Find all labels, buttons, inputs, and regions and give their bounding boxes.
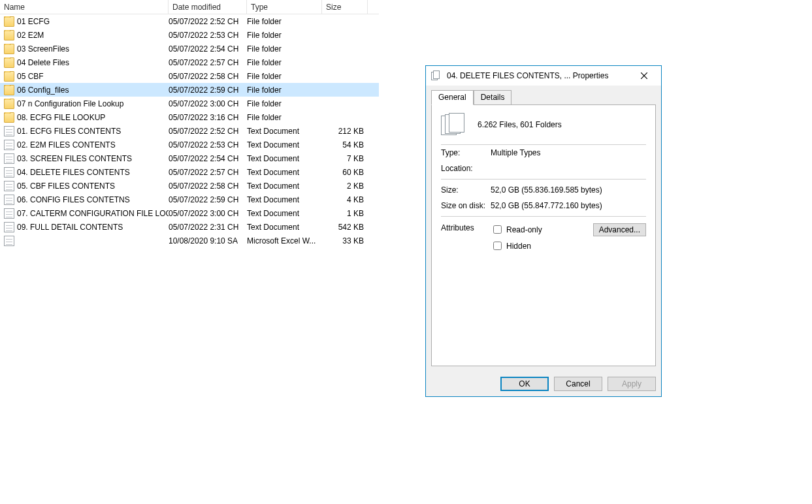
file-row[interactable]: 01 ECFG05/07/2022 2:52 CHFile folder (0, 14, 379, 28)
file-size: 7 KB (322, 154, 368, 163)
summary-count: 6.262 Files, 601 Folders (478, 120, 562, 129)
file-date: 05/07/2022 2:53 CH (169, 140, 247, 150)
file-name: 02. E2M FILES CONTENTS (17, 140, 116, 150)
folder-icon (4, 57, 14, 68)
file-name: 08. ECFG FILE LOOKUP (17, 113, 105, 122)
apply-button[interactable]: Apply (608, 377, 656, 391)
folder-icon (4, 112, 14, 123)
file-date: 05/07/2022 2:53 CH (169, 31, 247, 40)
file-name: 01 ECFG (17, 17, 50, 26)
file-size: 542 KB (322, 223, 368, 232)
label-location: Location: (441, 164, 491, 173)
file-date: 05/07/2022 2:52 CH (169, 17, 247, 26)
file-date: 10/08/2020 9:10 SA (169, 236, 247, 245)
file-row[interactable]: 03 ScreenFiles05/07/2022 2:54 CHFile fol… (0, 42, 379, 55)
file-date: 05/07/2022 2:59 CH (169, 86, 247, 95)
folder-icon (4, 99, 14, 109)
file-type: File folder (247, 58, 322, 67)
multi-file-icon (431, 71, 442, 81)
file-name: 04. DELETE FILES CONTENTS (17, 168, 130, 177)
column-header-name[interactable]: Name (0, 0, 169, 14)
file-type: File folder (247, 99, 322, 108)
file-row[interactable]: 06 Config_files05/07/2022 2:59 CHFile fo… (0, 83, 379, 97)
file-name: 07. CALTERM CONFIGURATION FILE LOO... (17, 209, 169, 218)
file-size: 33 KB (322, 236, 368, 245)
general-panel: 6.262 Files, 601 Folders Type: Multiple … (431, 104, 656, 366)
file-type: Text Document (247, 168, 322, 177)
hidden-checkbox[interactable]: Hidden (491, 240, 542, 252)
file-type: Text Document (247, 140, 322, 150)
file-row[interactable]: 09. FULL DETAIL CONTENTS05/07/2022 2:31 … (0, 220, 379, 234)
advanced-button[interactable]: Advanced... (593, 223, 646, 236)
file-type: File folder (247, 113, 322, 122)
file-row[interactable]: 01. ECFG FILES CONTENTS05/07/2022 2:52 C… (0, 124, 379, 138)
value-sizeondisk: 52,0 GB (55.847.772.160 bytes) (491, 201, 646, 210)
file-date: 05/07/2022 2:52 CH (169, 127, 247, 136)
file-type: File folder (247, 72, 322, 81)
file-row[interactable]: 06. CONFIG FILES CONTETNS05/07/2022 2:59… (0, 193, 379, 206)
file-row[interactable]: 04 Delete Files05/07/2022 2:57 CHFile fo… (0, 55, 379, 69)
file-date: 05/07/2022 3:00 CH (169, 99, 247, 108)
file-name: 05. CBF FILES CONTENTS (17, 181, 115, 191)
file-size: 4 KB (322, 195, 368, 204)
file-date: 05/07/2022 3:16 CH (169, 113, 247, 122)
folder-icon (4, 30, 14, 40)
file-type: Text Document (247, 154, 322, 163)
column-header-date[interactable]: Date modified (169, 0, 247, 14)
file-row[interactable]: 07. CALTERM CONFIGURATION FILE LOO...05/… (0, 206, 379, 220)
label-attributes: Attributes (441, 223, 491, 256)
file-date: 05/07/2022 2:58 CH (169, 181, 247, 191)
close-button[interactable] (632, 68, 656, 84)
tab-strip: General Details (426, 86, 661, 104)
file-size: 60 KB (322, 168, 368, 177)
file-date: 05/07/2022 2:31 CH (169, 223, 247, 232)
file-list: Name Date modified Type Size 01 ECFG05/0… (0, 0, 379, 247)
file-icon (4, 126, 14, 136)
label-type: Type: (441, 148, 491, 157)
file-type: Text Document (247, 223, 322, 232)
file-icon (4, 181, 14, 191)
file-size: 54 KB (322, 140, 368, 150)
value-type: Multiple Types (491, 148, 646, 157)
file-date: 05/07/2022 2:57 CH (169, 168, 247, 177)
readonly-checkbox-input[interactable] (493, 225, 502, 234)
file-name: 06 Config_files (17, 86, 69, 95)
file-row[interactable]: 03. SCREEN FILES CONTENTS05/07/2022 2:54… (0, 151, 379, 165)
file-name: 03. SCREEN FILES CONTENTS (17, 154, 132, 163)
tab-general[interactable]: General (431, 90, 474, 105)
column-header-type[interactable]: Type (247, 0, 322, 14)
file-size: 1 KB (322, 209, 368, 218)
folder-icon (4, 44, 14, 54)
file-row[interactable]: 02 E2M05/07/2022 2:53 CHFile folder (0, 28, 379, 42)
file-row[interactable]: 10/08/2020 9:10 SAMicrosoft Excel W...33… (0, 234, 379, 247)
file-name: 07 n Configuration File Lookup (17, 99, 123, 108)
file-row[interactable]: 05 CBF05/07/2022 2:58 CHFile folder (0, 69, 379, 83)
file-name: 09. FULL DETAIL CONTENTS (17, 223, 123, 232)
file-row[interactable]: 04. DELETE FILES CONTENTS05/07/2022 2:57… (0, 165, 379, 179)
file-date: 05/07/2022 2:57 CH (169, 58, 247, 67)
file-row[interactable]: 07 n Configuration File Lookup05/07/2022… (0, 97, 379, 110)
file-row[interactable]: 05. CBF FILES CONTENTS05/07/2022 2:58 CH… (0, 179, 379, 193)
file-type: File folder (247, 31, 322, 40)
dialog-titlebar[interactable]: 04. DELETE FILES CONTENTS, ... Propertie… (426, 66, 661, 86)
readonly-checkbox[interactable]: Read-only (491, 223, 542, 236)
ok-button[interactable]: OK (500, 377, 549, 391)
column-header-size[interactable]: Size (322, 0, 368, 14)
multi-file-icon (441, 113, 468, 136)
hidden-checkbox-input[interactable] (493, 242, 502, 250)
file-row[interactable]: 08. ECFG FILE LOOKUP05/07/2022 3:16 CHFi… (0, 110, 379, 124)
properties-dialog: 04. DELETE FILES CONTENTS, ... Propertie… (425, 65, 662, 397)
file-name: 03 ScreenFiles (17, 44, 69, 54)
tab-details[interactable]: Details (474, 90, 512, 105)
file-name: 02 E2M (17, 31, 44, 40)
file-icon (4, 208, 14, 219)
file-type: Microsoft Excel W... (247, 236, 322, 245)
cancel-button[interactable]: Cancel (554, 377, 602, 391)
file-date: 05/07/2022 3:00 CH (169, 209, 247, 218)
file-name: 01. ECFG FILES CONTENTS (17, 127, 121, 136)
file-icon (4, 222, 14, 232)
value-location (491, 164, 646, 173)
file-row[interactable]: 02. E2M FILES CONTENTS05/07/2022 2:53 CH… (0, 138, 379, 151)
file-size: 2 KB (322, 181, 368, 191)
file-date: 05/07/2022 2:54 CH (169, 44, 247, 54)
